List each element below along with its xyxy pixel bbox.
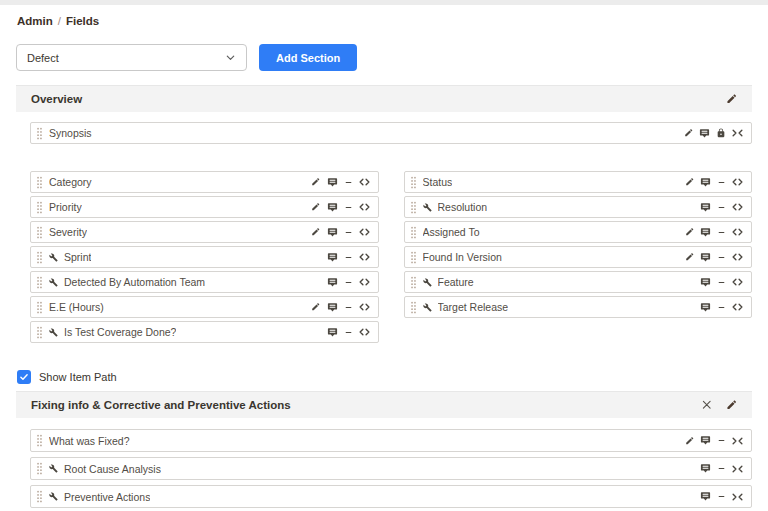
- expand-icon[interactable]: [359, 178, 370, 186]
- expand-icon[interactable]: [732, 253, 743, 261]
- comment-icon[interactable]: [327, 202, 338, 213]
- edit-icon[interactable]: [685, 227, 695, 237]
- drag-handle-icon[interactable]: [410, 276, 417, 289]
- show-item-path-checkbox[interactable]: [17, 370, 31, 384]
- drag-handle-icon[interactable]: [36, 201, 43, 214]
- comment-icon[interactable]: [700, 435, 711, 446]
- field-row: Synopsis: [30, 122, 752, 144]
- admin-fields-page: Admin / Fields Defect Add Section Overvi…: [0, 15, 768, 511]
- comment-icon[interactable]: [700, 302, 711, 313]
- expand-icon[interactable]: [359, 253, 370, 261]
- minus-icon[interactable]: [717, 278, 726, 287]
- collapse-icon[interactable]: [732, 465, 743, 473]
- expand-icon[interactable]: [732, 278, 743, 286]
- comment-icon[interactable]: [327, 277, 338, 288]
- comment-icon[interactable]: [699, 128, 710, 139]
- field-label: Feature: [438, 276, 474, 288]
- comment-icon[interactable]: [327, 302, 338, 313]
- drag-handle-icon[interactable]: [410, 201, 417, 214]
- edit-icon[interactable]: [685, 252, 695, 262]
- overview-full-rows: Synopsis: [30, 122, 752, 144]
- drag-handle-icon[interactable]: [410, 176, 417, 189]
- expand-icon[interactable]: [732, 303, 743, 311]
- comment-icon[interactable]: [327, 227, 338, 238]
- expand-icon[interactable]: [359, 303, 370, 311]
- expand-icon[interactable]: [359, 228, 370, 236]
- minus-icon[interactable]: [344, 203, 353, 212]
- minus-icon[interactable]: [717, 303, 726, 312]
- drag-handle-icon[interactable]: [36, 276, 43, 289]
- lock-icon[interactable]: [716, 128, 726, 138]
- collapse-icon[interactable]: [732, 493, 743, 501]
- minus-icon[interactable]: [717, 203, 726, 212]
- breadcrumb-admin[interactable]: Admin: [17, 15, 53, 27]
- minus-icon[interactable]: [344, 278, 353, 287]
- edit-icon[interactable]: [311, 177, 321, 187]
- field-row: Severity: [30, 221, 379, 243]
- edit-icon[interactable]: [311, 302, 321, 312]
- expand-icon[interactable]: [732, 228, 743, 236]
- issue-type-select[interactable]: Defect: [16, 44, 247, 71]
- field-row: Status: [404, 171, 753, 193]
- comment-icon[interactable]: [700, 491, 711, 502]
- expand-icon[interactable]: [359, 328, 370, 336]
- edit-icon[interactable]: [311, 202, 321, 212]
- drag-handle-icon[interactable]: [410, 251, 417, 264]
- breadcrumb-separator: /: [58, 15, 61, 27]
- minus-icon[interactable]: [717, 228, 726, 237]
- field-label: Severity: [49, 226, 87, 238]
- expand-icon[interactable]: [732, 203, 743, 211]
- minus-icon[interactable]: [344, 303, 353, 312]
- edit-icon[interactable]: [684, 128, 694, 138]
- minus-icon[interactable]: [717, 436, 726, 445]
- comment-icon[interactable]: [327, 252, 338, 263]
- drag-handle-icon[interactable]: [36, 226, 43, 239]
- wrench-icon: [49, 253, 58, 262]
- minus-icon[interactable]: [344, 253, 353, 262]
- comment-icon[interactable]: [327, 327, 338, 338]
- edit-icon[interactable]: [311, 227, 321, 237]
- comment-icon[interactable]: [700, 463, 711, 474]
- minus-icon[interactable]: [344, 178, 353, 187]
- comment-icon[interactable]: [700, 202, 711, 213]
- wrench-icon: [423, 303, 432, 312]
- drag-handle-icon[interactable]: [36, 462, 43, 475]
- comment-icon[interactable]: [700, 252, 711, 263]
- edit-section-icon[interactable]: [726, 399, 738, 411]
- comment-icon[interactable]: [327, 177, 338, 188]
- edit-section-icon[interactable]: [726, 93, 738, 105]
- delete-section-icon[interactable]: [701, 399, 713, 411]
- expand-icon[interactable]: [732, 178, 743, 186]
- expand-icon[interactable]: [359, 203, 370, 211]
- minus-icon[interactable]: [717, 253, 726, 262]
- comment-icon[interactable]: [700, 177, 711, 188]
- drag-handle-icon[interactable]: [410, 301, 417, 314]
- minus-icon[interactable]: [717, 492, 726, 501]
- drag-handle-icon[interactable]: [36, 176, 43, 189]
- minus-icon[interactable]: [717, 178, 726, 187]
- collapse-icon[interactable]: [732, 437, 743, 445]
- field-row: Resolution: [404, 196, 753, 218]
- drag-handle-icon[interactable]: [36, 251, 43, 264]
- comment-icon[interactable]: [700, 277, 711, 288]
- drag-handle-icon[interactable]: [36, 490, 43, 503]
- edit-icon[interactable]: [685, 177, 695, 187]
- section-title: Overview: [31, 93, 82, 105]
- minus-icon[interactable]: [344, 328, 353, 337]
- edit-icon[interactable]: [685, 436, 695, 446]
- collapse-icon[interactable]: [732, 129, 743, 137]
- minus-icon[interactable]: [344, 228, 353, 237]
- field-column-right: Status Resolution Assigned To: [404, 171, 753, 343]
- field-label: Found In Version: [423, 251, 502, 263]
- field-row: Priority: [30, 196, 379, 218]
- drag-handle-icon[interactable]: [36, 127, 43, 140]
- comment-icon[interactable]: [700, 227, 711, 238]
- add-section-button[interactable]: Add Section: [259, 44, 357, 71]
- drag-handle-icon[interactable]: [36, 434, 43, 447]
- drag-handle-icon[interactable]: [36, 326, 43, 339]
- drag-handle-icon[interactable]: [410, 226, 417, 239]
- section-header-overview: Overview: [16, 85, 752, 112]
- minus-icon[interactable]: [717, 464, 726, 473]
- drag-handle-icon[interactable]: [36, 301, 43, 314]
- expand-icon[interactable]: [359, 278, 370, 286]
